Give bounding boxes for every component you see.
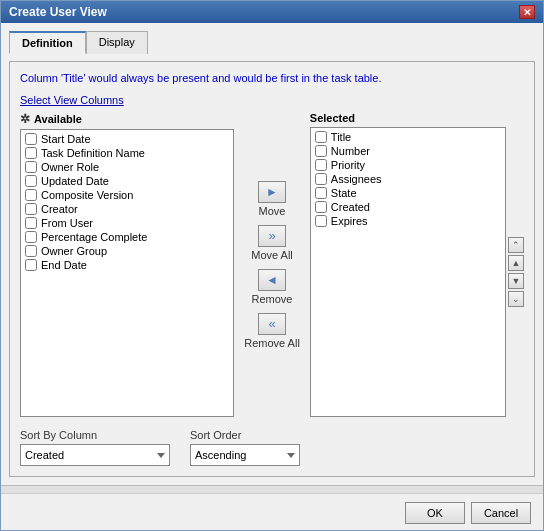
selected-checkbox[interactable] (315, 145, 327, 157)
sort-by-column-group: Sort By Column Created Title Number Prio… (20, 429, 170, 466)
remove-all-button[interactable]: « (258, 313, 286, 335)
available-checkbox[interactable] (25, 189, 37, 201)
tab-content: Column 'Title' would always be present a… (9, 61, 535, 477)
move-all-label: Move All (251, 249, 293, 261)
list-item[interactable]: From User (23, 216, 231, 230)
available-listbox[interactable]: Start Date Task Definition Name Owner Ro… (20, 129, 234, 417)
dialog-title: Create User View (9, 5, 107, 19)
move-buttons-col: ► Move » Move All ◄ Remove « Remove All (240, 112, 304, 417)
move-top-button[interactable]: ⌃ (508, 237, 524, 253)
list-item[interactable]: Percentage Complete (23, 230, 231, 244)
move-all-button[interactable]: » (258, 225, 286, 247)
available-list-container: ✲ Available Start Date Task Definition N… (20, 112, 234, 417)
tab-bar: Definition Display (9, 31, 535, 54)
selected-checkbox[interactable] (315, 201, 327, 213)
columns-area: ✲ Available Start Date Task Definition N… (20, 112, 524, 417)
available-checkbox[interactable] (25, 161, 37, 173)
list-item[interactable]: Task Definition Name (23, 146, 231, 160)
list-item[interactable]: Priority (313, 158, 503, 172)
list-item[interactable]: Composite Version (23, 188, 231, 202)
title-bar: Create User View ✕ (1, 1, 543, 23)
selected-checkbox[interactable] (315, 215, 327, 227)
sort-by-column-wrap: Created Title Number Priority Assignees … (20, 444, 170, 466)
tab-display[interactable]: Display (86, 31, 148, 54)
list-item[interactable]: Start Date (23, 132, 231, 146)
list-item[interactable]: Expires (313, 214, 503, 228)
dialog-content: Definition Display Column 'Title' would … (1, 23, 543, 485)
sort-row: Sort By Column Created Title Number Prio… (20, 429, 524, 466)
bottom-bar: OK Cancel (1, 493, 543, 530)
remove-all-label: Remove All (244, 337, 300, 349)
move-bottom-button[interactable]: ⌄ (508, 291, 524, 307)
available-checkbox[interactable] (25, 133, 37, 145)
list-item[interactable]: State (313, 186, 503, 200)
available-checkbox[interactable] (25, 175, 37, 187)
reorder-col: ⌃ ▲ ▼ ⌄ (506, 127, 524, 417)
available-checkbox[interactable] (25, 245, 37, 257)
info-text: Column 'Title' would always be present a… (20, 72, 524, 84)
list-item[interactable]: Created (313, 200, 503, 214)
close-button[interactable]: ✕ (519, 5, 535, 19)
move-down-button[interactable]: ▼ (508, 273, 524, 289)
available-checkbox[interactable] (25, 203, 37, 215)
cancel-button[interactable]: Cancel (471, 502, 531, 524)
list-item[interactable]: Updated Date (23, 174, 231, 188)
selected-list-container: Selected Title Number Priority Assignees… (310, 112, 524, 417)
bottom-right: OK Cancel (405, 502, 531, 524)
available-checkbox[interactable] (25, 259, 37, 271)
list-item[interactable]: Assignees (313, 172, 503, 186)
selected-checkbox[interactable] (315, 173, 327, 185)
tab-definition[interactable]: Definition (9, 31, 86, 54)
selected-listbox[interactable]: Title Number Priority Assignees State Cr… (310, 127, 506, 417)
list-item[interactable]: Title (313, 130, 503, 144)
list-item[interactable]: Owner Role (23, 160, 231, 174)
sort-order-group: Sort Order Ascending Descending (190, 429, 300, 466)
sort-by-column-select[interactable]: Created Title Number Priority Assignees … (20, 444, 170, 466)
remove-button[interactable]: ◄ (258, 269, 286, 291)
create-user-view-dialog: Create User View ✕ Definition Display Co… (0, 0, 544, 531)
list-item[interactable]: Creator (23, 202, 231, 216)
selected-checkbox[interactable] (315, 187, 327, 199)
selected-label: Selected (310, 112, 524, 124)
selected-checkbox[interactable] (315, 159, 327, 171)
available-checkbox[interactable] (25, 231, 37, 243)
sort-by-column-label: Sort By Column (20, 429, 170, 441)
select-view-columns-label[interactable]: Select View Columns (20, 94, 524, 106)
ok-button[interactable]: OK (405, 502, 465, 524)
spacer-bar (1, 485, 543, 493)
list-item[interactable]: Owner Group (23, 244, 231, 258)
available-label: ✲ Available (20, 112, 234, 126)
sort-order-label: Sort Order (190, 429, 300, 441)
move-up-button[interactable]: ▲ (508, 255, 524, 271)
move-button[interactable]: ► (258, 181, 286, 203)
available-checkbox[interactable] (25, 147, 37, 159)
asterisk-icon: ✲ (20, 112, 30, 126)
remove-label: Remove (252, 293, 293, 305)
list-item[interactable]: End Date (23, 258, 231, 272)
available-checkbox[interactable] (25, 217, 37, 229)
sort-order-select[interactable]: Ascending Descending (190, 444, 300, 466)
list-item[interactable]: Number (313, 144, 503, 158)
sort-order-wrap: Ascending Descending (190, 444, 300, 466)
selected-checkbox[interactable] (315, 131, 327, 143)
move-label: Move (259, 205, 286, 217)
